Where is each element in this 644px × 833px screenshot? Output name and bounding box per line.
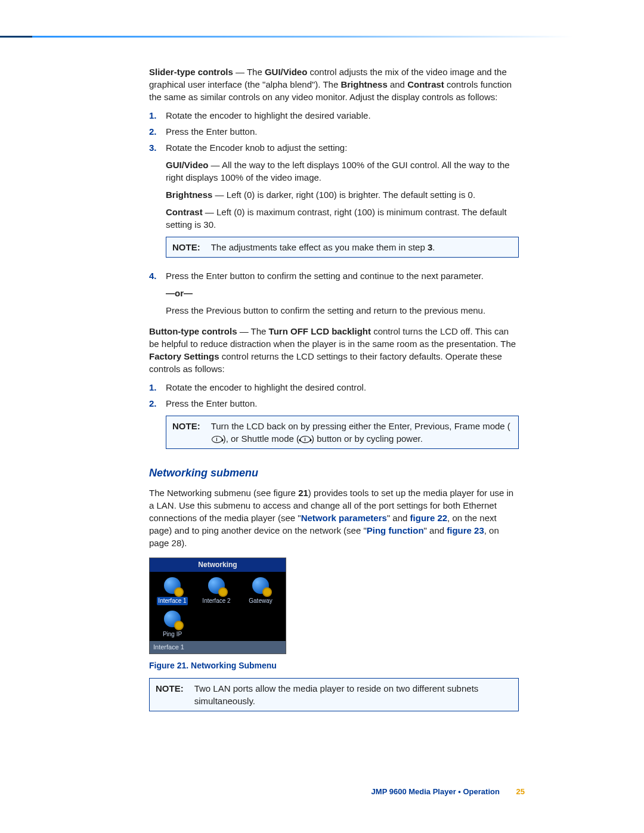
slider-controls-paragraph: Slider-type controls — The GUI/Video con… [149,66,519,103]
contrast-desc: Contrast — Left (0) is maximum contrast,… [166,206,519,231]
contrast-term: Contrast [407,79,444,89]
brightness-desc: Brightness — Left (0) is darker, right (… [166,188,519,201]
submenu-icon-grid: Interface 1 Interface 2 Gateway Ping IP [150,572,286,641]
or-separator: —or— [166,287,519,299]
button-steps-list: 1. Rotate the encoder to highlight the d… [149,381,519,410]
submenu-status-bar: Interface 1 [150,641,286,654]
figure-23-link[interactable]: figure 23 [447,525,484,535]
frame-mode-icon [212,436,222,443]
slider-lead: Slider-type controls [149,67,233,77]
note-text: The adjustments take effect as you make … [211,241,512,253]
list-item: 3. Rotate the Encoder knob to adjust the… [149,141,519,266]
step-text: Rotate the encoder to highlight the desi… [166,109,519,122]
network-parameters-link[interactable]: Network parameters [301,513,387,523]
globe-gear-icon [206,575,227,596]
step-number: 4. [149,270,166,319]
submenu-title: Networking [150,558,286,572]
note-text: Two LAN ports allow the media player to … [194,682,512,707]
list-item: 4. Press the Enter button to confirm the… [149,270,519,319]
globe-gear-icon [250,575,271,596]
icon-label: Ping IP [162,630,183,639]
step-text: Press the Enter button to confirm the se… [166,271,484,281]
slider-steps-list: 1. Rotate the encoder to highlight the d… [149,109,519,319]
figure-caption: Figure 21. Networking Submenu [149,660,519,672]
footer-text: JMP 9600 Media Player • Operation [371,787,500,796]
step-text: Press the Enter button. [166,125,519,138]
step-text-alt: Press the Previous button to confirm the… [166,304,519,317]
step-body: Rotate the Encoder knob to adjust the se… [166,141,519,266]
page-footer: JMP 9600 Media Player • Operation 25 [371,786,525,797]
step-number: 2. [149,397,166,410]
t: — The [233,67,265,77]
list-item: 1. Rotate the encoder to highlight the d… [149,381,519,394]
list-item: 2. Press the Enter button. [149,397,519,410]
networking-submenu-heading: Networking submenu [149,466,519,481]
icon-label: Interface 2 [201,597,231,605]
note-box: NOTE: Turn the LCD back on by pressing e… [166,416,519,449]
networking-paragraph: The Networking submenu (see figure 21) p… [149,487,519,549]
note-box: NOTE: The adjustments take effect as you… [166,237,519,258]
brightness-term: Brightness [340,79,387,89]
interface-2-icon: Interface 2 [196,575,237,605]
button-controls-paragraph: Button-type controls — The Turn OFF LCD … [149,325,519,375]
gui-video-desc: GUI/Video — All the way to the left disp… [166,159,519,184]
ping-function-link[interactable]: Ping function [367,525,424,535]
figure-22-link[interactable]: figure 22 [410,513,448,523]
list-item: 2. Press the Enter button. [149,125,519,138]
icon-label: Interface 1 [157,597,187,605]
note-label: NOTE: [156,682,184,707]
t: and [388,79,407,89]
list-item: 1. Rotate the encoder to highlight the d… [149,109,519,122]
step-number: 1. [149,381,166,394]
page-content: Slider-type controls — The GUI/Video con… [149,66,519,720]
page-number: 25 [516,787,525,796]
step-number: 3. [149,141,166,266]
step-body: Press the Enter button to confirm the se… [166,270,519,319]
factory-term: Factory Settings [149,351,219,361]
button-lead: Button-type controls [149,326,237,336]
note-label: NOTE: [172,241,200,253]
step-text: Rotate the encoder to highlight the desi… [166,381,519,394]
globe-gear-icon [162,609,182,629]
note-text: Turn the LCD back on by pressing either … [211,420,512,445]
header-rule [0,36,572,38]
header-accent [0,36,32,38]
ping-ip-icon: Ping IP [152,609,193,639]
globe-gear-icon [162,575,182,596]
icon-label: Gateway [247,597,273,605]
fig21-ref: 21 [298,488,308,498]
figure-21: Networking Interface 1 Interface 2 Gatew… [149,558,519,672]
step-text: Rotate the Encoder knob to adjust the se… [166,143,347,153]
shuttle-mode-icon [300,436,311,443]
gateway-icon: Gateway [240,575,281,605]
gui-video-term: GUI/Video [265,67,307,77]
networking-submenu-screenshot: Networking Interface 1 Interface 2 Gatew… [149,558,286,654]
note-label: NOTE: [172,420,200,445]
step-number: 2. [149,125,166,138]
interface-1-icon: Interface 1 [152,575,193,605]
note-box: NOTE: Two LAN ports allow the media play… [149,678,519,711]
step-number: 1. [149,109,166,122]
turnoff-term: Turn OFF LCD backlight [269,326,371,336]
step-text: Press the Enter button. [166,397,519,410]
